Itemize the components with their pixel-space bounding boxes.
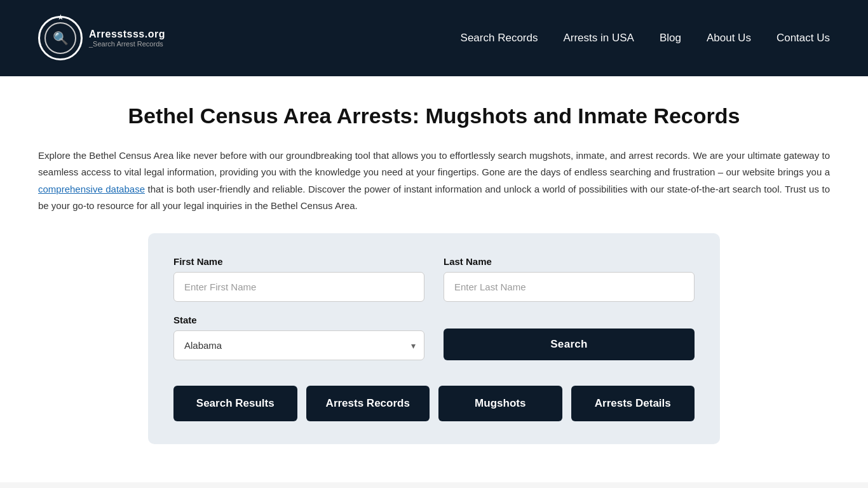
main-nav: Search Records Arrests in USA Blog About… xyxy=(461,32,830,44)
description-part2: that is both user-friendly and reliable.… xyxy=(38,184,830,211)
search-box: First Name Last Name State AlabamaAlaska… xyxy=(148,233,720,444)
state-search-row: State AlabamaAlaskaArizonaArkansasCalifo… xyxy=(173,315,695,360)
main-content: Bethel Census Area Arrests: Mugshots and… xyxy=(0,76,868,482)
nav-contact-us[interactable]: Contact Us xyxy=(776,32,830,44)
logo-inner: 🔍 xyxy=(44,22,76,54)
last-name-input[interactable] xyxy=(444,272,695,302)
description-text: Explore the Bethel Census Area like neve… xyxy=(38,147,830,214)
nav-blog[interactable]: Blog xyxy=(660,32,681,44)
nav-arrests-in-usa[interactable]: Arrests in USA xyxy=(563,32,634,44)
logo-star-icon: ★ xyxy=(57,13,64,22)
arrests-details-button[interactable]: Arrests Details xyxy=(571,386,695,421)
state-select[interactable]: AlabamaAlaskaArizonaArkansasCaliforniaCo… xyxy=(173,330,424,360)
last-name-group: Last Name xyxy=(444,256,695,302)
name-row: First Name Last Name xyxy=(173,256,695,302)
search-button[interactable]: Search xyxy=(444,329,695,360)
brand-tagline: _Search Arrest Records xyxy=(89,40,165,48)
nav-search-records[interactable]: Search Records xyxy=(461,32,538,44)
arrests-records-button[interactable]: Arrests Records xyxy=(306,386,430,421)
site-header: ★ 🔍 Arresstsss.org _Search Arrest Record… xyxy=(0,0,868,76)
description-part1: Explore the Bethel Census Area like neve… xyxy=(38,150,830,177)
first-name-group: First Name xyxy=(173,256,424,302)
search-results-button[interactable]: Search Results xyxy=(173,386,297,421)
bottom-buttons: Search Results Arrests Records Mugshots … xyxy=(173,386,695,421)
nav-about-us[interactable]: About Us xyxy=(707,32,751,44)
state-select-wrapper: AlabamaAlaskaArizonaArkansasCaliforniaCo… xyxy=(173,330,424,360)
last-name-label: Last Name xyxy=(444,256,695,267)
first-name-input[interactable] xyxy=(173,272,424,302)
state-group: State AlabamaAlaskaArizonaArkansasCalifo… xyxy=(173,315,424,360)
mugshots-button[interactable]: Mugshots xyxy=(438,386,562,421)
page-title: Bethel Census Area Arrests: Mugshots and… xyxy=(38,102,830,130)
logo-circle: ★ 🔍 xyxy=(38,16,83,60)
state-label: State xyxy=(173,315,424,325)
brand-name: Arresstsss.org xyxy=(89,29,165,40)
search-logo-icon: 🔍 xyxy=(53,30,69,46)
logo-text: Arresstsss.org _Search Arrest Records xyxy=(89,29,165,48)
logo-area: ★ 🔍 Arresstsss.org _Search Arrest Record… xyxy=(38,16,165,60)
first-name-label: First Name xyxy=(173,256,424,267)
comprehensive-database-link[interactable]: comprehensive database xyxy=(38,184,145,194)
search-button-wrapper: Search xyxy=(444,329,695,360)
